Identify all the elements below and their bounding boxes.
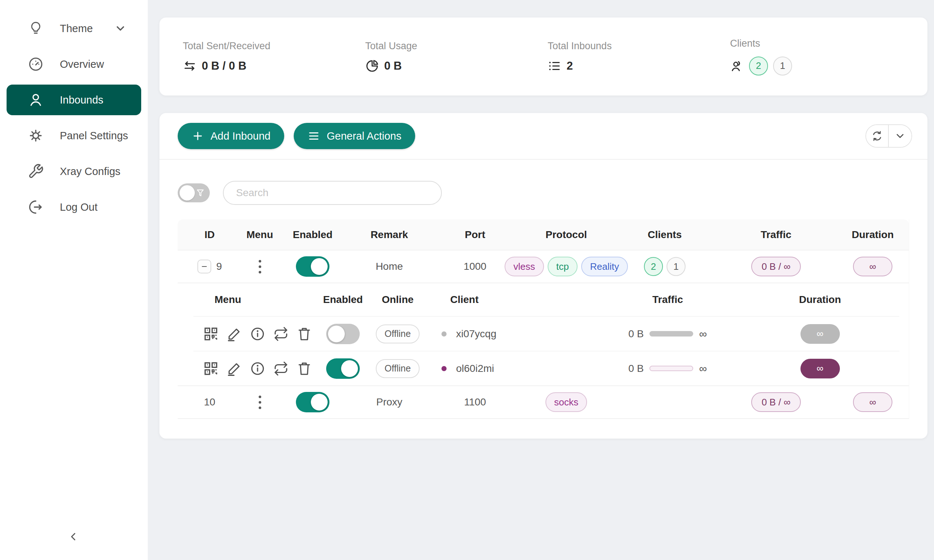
client-online-status: Offline	[376, 359, 419, 378]
inbounds-table: ID Menu Enabled Remark Port Protocol Cli…	[178, 220, 909, 419]
client-online-status: Offline	[376, 325, 419, 343]
info-icon[interactable]	[250, 361, 265, 376]
filter-toggle[interactable]	[178, 183, 210, 202]
stat-value: 0 B	[384, 59, 402, 72]
clients-online-badge: 2	[749, 57, 768, 75]
refresh-button[interactable]	[866, 125, 889, 147]
hamburger-icon	[308, 130, 320, 142]
theme-bulb-icon	[28, 20, 44, 37]
expanded-clients-section: Menu Enabled Online Client Traffic Durat…	[178, 283, 909, 386]
client-status-dot	[441, 331, 447, 337]
col-header-remark: Remark	[347, 229, 431, 241]
pie-chart-icon	[365, 59, 379, 73]
search-input[interactable]	[223, 181, 442, 205]
inbounds-panel: Add Inbound General Actions	[159, 113, 928, 438]
stat-total-usage: Total Usage 0 B	[342, 40, 524, 73]
table-header: ID Menu Enabled Remark Port Protocol Cli…	[178, 220, 909, 251]
transfer-arrows-icon	[183, 59, 197, 73]
sidebar-item-label: Inbounds	[60, 94, 103, 106]
sidebar-item-inbounds[interactable]: Inbounds	[6, 85, 141, 115]
refresh-icon	[871, 130, 883, 142]
col-header-port: Port	[431, 229, 519, 241]
refresh-dropdown-button[interactable]	[889, 125, 911, 147]
row-duration-pill: ∞	[853, 392, 892, 412]
client-row: Offline ol60i2mi 0 B ∞ ∞	[193, 351, 899, 385]
col-header-protocol: Protocol	[519, 229, 613, 241]
col-header-traffic: Traffic	[716, 229, 836, 241]
row-traffic-pill: 0 B / ∞	[751, 257, 800, 276]
client-enabled-toggle[interactable]	[326, 324, 360, 344]
client-name: xi07ycqg	[456, 328, 496, 340]
list-icon	[548, 59, 561, 73]
minus-icon	[201, 263, 208, 270]
sidebar-item-xray-configs[interactable]: Xray Configs	[6, 156, 141, 187]
row-port: 1100	[431, 396, 519, 408]
stat-total-inbounds: Total Inbounds 2	[524, 40, 707, 73]
sidebar-item-log-out[interactable]: Log Out	[6, 192, 141, 222]
client-traffic-used: 0 B	[628, 328, 644, 340]
sidebar: Theme Overview Inbounds Panel Settings	[0, 0, 148, 560]
delete-icon[interactable]	[297, 361, 312, 376]
general-actions-label: General Actions	[327, 130, 401, 142]
info-icon[interactable]	[250, 326, 265, 342]
sidebar-collapse-button[interactable]	[65, 528, 82, 545]
sidebar-item-label: Overview	[60, 58, 104, 70]
transport-tag: tcp	[548, 257, 578, 276]
sidebar-item-label: Xray Configs	[60, 166, 120, 178]
stat-label: Total Usage	[365, 40, 524, 52]
stat-label: Total Sent/Received	[183, 40, 342, 52]
client-enabled-toggle[interactable]	[326, 358, 360, 379]
stat-value: 2	[567, 59, 573, 72]
clients-people-icon	[730, 59, 744, 73]
inbounds-toolbar: Add Inbound General Actions	[159, 113, 928, 160]
edit-icon[interactable]	[227, 326, 242, 342]
chevron-down-icon	[114, 22, 126, 35]
table-row: 9 Home 1000 vless tcp Reality 2 1 0 B / …	[178, 251, 909, 283]
sidebar-item-label: Log Out	[60, 201, 97, 213]
logout-icon	[28, 199, 44, 215]
col-header-duration: Duration	[836, 229, 909, 241]
sidebar-item-label: Theme	[60, 23, 92, 35]
subtable-header: Menu Enabled Online Client Traffic Durat…	[193, 283, 899, 316]
general-actions-button[interactable]: General Actions	[294, 123, 415, 149]
client-traffic-bar	[649, 331, 693, 337]
client-duration-pill: ∞	[800, 359, 840, 378]
sidebar-item-panel-settings[interactable]: Panel Settings	[6, 120, 141, 151]
delete-icon[interactable]	[297, 326, 312, 342]
gear-icon	[28, 128, 44, 144]
row-duration-pill: ∞	[853, 257, 892, 276]
row-menu-button[interactable]	[255, 256, 265, 277]
client-traffic-limit: ∞	[699, 362, 707, 375]
sub-col-header-enabled: Enabled	[317, 294, 368, 306]
collapse-row-button[interactable]	[197, 260, 211, 274]
reset-traffic-icon[interactable]	[273, 361, 288, 376]
sub-col-header-menu: Menu	[193, 294, 317, 306]
edit-icon[interactable]	[227, 361, 242, 376]
sub-col-header-duration: Duration	[741, 294, 899, 306]
funnel-icon	[195, 188, 205, 198]
protocol-tag: vless	[505, 257, 544, 276]
qr-code-icon[interactable]	[203, 326, 219, 342]
sub-col-header-client: Client	[427, 294, 595, 306]
add-inbound-label: Add Inbound	[211, 130, 270, 142]
row-remark: Home	[347, 261, 431, 272]
plus-icon	[191, 130, 204, 142]
add-inbound-button[interactable]: Add Inbound	[178, 123, 284, 149]
table-row: 10 Proxy 1100 socks 0 B / ∞ ∞	[178, 386, 909, 419]
sidebar-item-overview[interactable]: Overview	[6, 49, 141, 80]
sidebar-item-theme[interactable]: Theme	[6, 13, 141, 44]
stat-value: 0 B / 0 B	[202, 59, 246, 72]
reset-traffic-icon[interactable]	[273, 326, 288, 342]
row-enabled-toggle[interactable]	[296, 392, 330, 412]
row-enabled-toggle[interactable]	[296, 256, 330, 277]
row-menu-button[interactable]	[255, 392, 265, 413]
stats-card: Total Sent/Received 0 B / 0 B Total Usag…	[159, 17, 928, 95]
clients-deactive-badge: 1	[773, 57, 792, 75]
sub-col-header-online: Online	[368, 294, 427, 306]
client-traffic-used: 0 B	[628, 363, 644, 374]
row-remark: Proxy	[347, 396, 431, 408]
search-row	[178, 181, 909, 205]
row-clients-online-badge: 2	[644, 257, 663, 276]
qr-code-icon[interactable]	[203, 361, 219, 376]
row-id: 9	[216, 261, 222, 272]
